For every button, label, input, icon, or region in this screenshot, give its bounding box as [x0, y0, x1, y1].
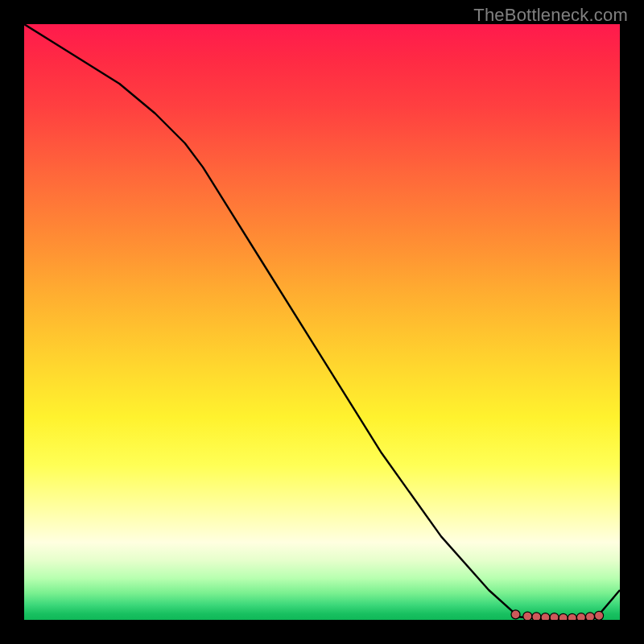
bottleneck-curve: [24, 24, 620, 620]
optimal-dot: [511, 610, 520, 619]
plot-area: [24, 24, 620, 620]
optimal-dot: [523, 612, 532, 620]
curve-layer: [24, 24, 620, 620]
chart-overlay: [24, 24, 620, 620]
watermark-text: TheBottleneck.com: [473, 5, 628, 26]
optimal-dot: [532, 613, 541, 620]
optimal-dot: [586, 613, 595, 620]
optimal-dot: [568, 613, 576, 620]
optimal-dots-layer: [511, 610, 604, 620]
optimal-dot: [576, 613, 585, 620]
optimal-dot: [559, 613, 568, 620]
optimal-dot: [595, 611, 604, 620]
chart-stage: TheBottleneck.com: [0, 0, 644, 644]
optimal-dot: [541, 613, 550, 620]
optimal-dot: [550, 613, 559, 620]
